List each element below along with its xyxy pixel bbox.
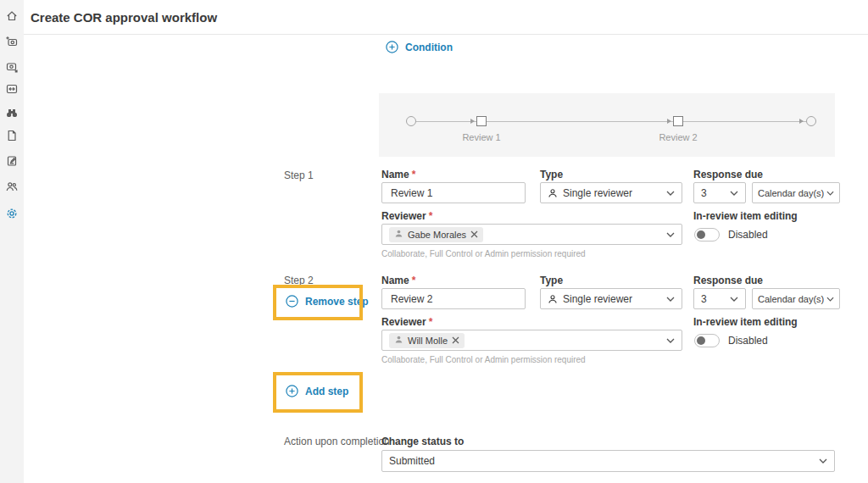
step1-reviewer-select[interactable]: Gabe Morales	[381, 224, 682, 245]
step2-reviewer-chip: Will Molle	[389, 333, 465, 348]
step2-editing-state: Disabled	[728, 335, 768, 347]
required-asterisk: *	[429, 316, 433, 328]
workflow-stepper-diagram: Review 1 Review 2	[379, 93, 835, 157]
stepper-arrow	[667, 119, 671, 124]
single-reviewer-icon	[548, 188, 558, 198]
add-condition-button[interactable]: Condition	[386, 41, 453, 53]
chevron-down-icon	[819, 458, 827, 464]
required-asterisk: *	[412, 169, 416, 180]
step2-response-due-value-select[interactable]: 3	[693, 288, 746, 309]
camera-add-icon[interactable]	[5, 35, 19, 48]
chevron-down-icon	[666, 232, 675, 237]
step1-reviewer-label: Reviewer*	[381, 210, 432, 222]
step2-name-input[interactable]	[381, 288, 526, 309]
stepper-step1-label: Review 1	[448, 132, 515, 142]
transfer-icon[interactable]	[5, 82, 19, 96]
plus-circle-icon	[286, 385, 298, 397]
step1-permission-help-text: Collaborate, Full Control or Admin permi…	[381, 249, 586, 258]
step2-in-review-editing-label: In-review item editing	[693, 316, 798, 328]
chevron-down-icon	[730, 297, 738, 302]
step1-reviewer-chip: Gabe Morales	[389, 227, 483, 242]
settings-icon[interactable]	[5, 207, 19, 220]
step1-name-input[interactable]	[381, 182, 526, 203]
stepper-arrow	[799, 119, 804, 124]
change-status-select[interactable]: Submitted	[381, 450, 835, 472]
step1-response-due-unit-select[interactable]: Calendar day(s)	[752, 182, 840, 203]
single-reviewer-icon	[548, 294, 558, 304]
remove-step-button[interactable]: Remove step	[286, 295, 369, 308]
stepper-step2-node	[673, 116, 683, 126]
step2-type-select[interactable]: Single reviewer	[540, 288, 682, 309]
stepper-step2-label: Review 2	[644, 132, 712, 142]
chevron-down-icon	[826, 297, 834, 302]
header-divider	[24, 34, 868, 35]
step1-response-due-value-select[interactable]: 3	[693, 182, 746, 203]
step1-type-select[interactable]: Single reviewer	[540, 182, 682, 203]
chevron-down-icon	[666, 191, 675, 196]
binoculars-icon[interactable]	[5, 106, 19, 119]
step1-type-label: Type	[540, 169, 563, 180]
avatar-icon	[394, 229, 403, 240]
plus-circle-icon	[386, 41, 398, 53]
home-icon[interactable]	[5, 9, 19, 23]
step2-type-label: Type	[540, 275, 563, 286]
document-icon[interactable]	[5, 129, 19, 142]
step1-in-review-editing-label: In-review item editing	[693, 210, 798, 222]
remove-reviewer-icon[interactable]	[470, 230, 478, 238]
remove-step-label: Remove step	[305, 296, 369, 308]
camera-review-icon[interactable]	[5, 60, 19, 74]
condition-label: Condition	[405, 42, 453, 53]
add-step-button[interactable]: Add step	[286, 385, 348, 397]
step2-editing-toggle-row: Disabled	[694, 334, 768, 347]
step2-response-due-unit-select[interactable]: Calendar day(s)	[752, 288, 840, 309]
minus-circle-icon	[286, 295, 298, 308]
step2-reviewer-label: Reviewer*	[381, 316, 432, 328]
create-cor-approval-workflow-page: Create COR approval workflow Condition R…	[0, 0, 868, 483]
step2-name-label: Name*	[381, 275, 415, 286]
stepper-step1-node	[476, 116, 487, 126]
chevron-down-icon	[826, 191, 834, 196]
chevron-down-icon	[730, 191, 738, 196]
step1-editing-state: Disabled	[728, 229, 768, 241]
step1-name-label: Name*	[381, 169, 415, 180]
required-asterisk: *	[429, 210, 433, 222]
report-icon[interactable]	[5, 154, 19, 168]
add-step-label: Add step	[305, 386, 348, 397]
remove-reviewer-icon[interactable]	[452, 336, 459, 344]
step2-response-due-label: Response due	[693, 275, 763, 286]
action-upon-completion-label: Action upon completion	[284, 436, 390, 447]
change-status-to-label: Change status to	[381, 436, 464, 447]
avatar-icon	[394, 335, 403, 346]
chevron-down-icon	[666, 338, 675, 343]
step1-editing-toggle-row: Disabled	[694, 228, 768, 242]
step1-editing-toggle[interactable]	[694, 228, 720, 242]
step2-reviewer-select[interactable]: Will Molle	[381, 330, 682, 351]
chevron-down-icon	[666, 297, 675, 302]
required-asterisk: *	[412, 275, 416, 286]
members-icon[interactable]	[5, 180, 19, 193]
left-nav-sidebar	[0, 0, 24, 483]
step1-response-due-label: Response due	[693, 169, 763, 180]
stepper-start-node	[406, 116, 416, 126]
step2-row-label: Step 2	[284, 275, 314, 286]
step1-row-label: Step 1	[284, 169, 314, 181]
step2-permission-help-text: Collaborate, Full Control or Admin permi…	[381, 355, 586, 364]
stepper-end-node	[806, 116, 816, 126]
stepper-track	[416, 121, 808, 122]
step2-editing-toggle[interactable]	[694, 334, 720, 347]
page-title: Create COR approval workflow	[31, 10, 217, 25]
stepper-arrow	[470, 119, 475, 124]
